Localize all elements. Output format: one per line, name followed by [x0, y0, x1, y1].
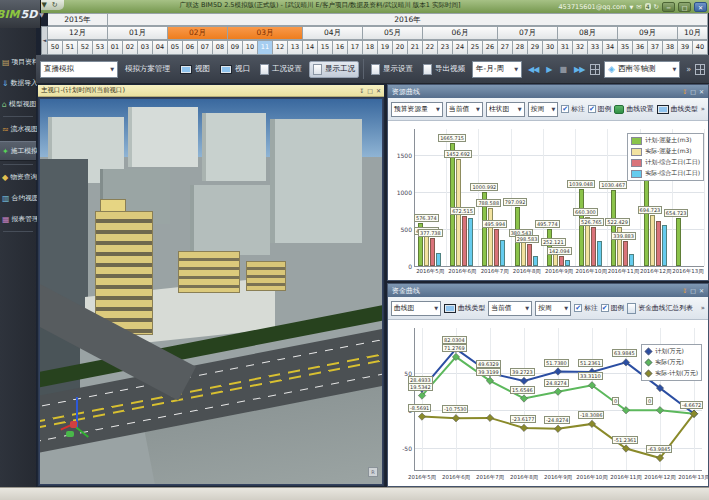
viewport-button[interactable]: 视口 — [217, 62, 253, 76]
panel-overflow-button[interactable]: » — [701, 105, 705, 113]
stop-button[interactable]: ■ — [557, 65, 568, 74]
timeline-week-cell[interactable]: 52 — [78, 40, 93, 55]
timeline-week-cell[interactable]: 12 — [273, 40, 288, 55]
curve-setting-button[interactable]: 曲线设置 — [614, 104, 653, 114]
funds-value-mode-select[interactable]: 当前值▼ — [488, 301, 532, 316]
sidebar-item-contract-view[interactable]: ▥合约视图 — [0, 189, 36, 207]
timeline-week-cell[interactable]: 01 — [108, 40, 123, 55]
timeline-week-cell[interactable]: 31 — [558, 40, 573, 55]
timeline-week-cell[interactable]: 14 — [303, 40, 318, 55]
account-label[interactable]: 453715601@qq.com — [558, 3, 626, 11]
viewport-float-icon[interactable]: □ — [367, 87, 373, 94]
funds-annotate-checkbox[interactable]: 标注 — [574, 303, 598, 313]
panel-pin-icon[interactable]: ↧ — [682, 88, 687, 95]
close-button[interactable]: ✕ — [694, 2, 707, 12]
3d-scene[interactable]: R — [39, 98, 383, 485]
timeline-month-cell[interactable]: 10月 — [678, 26, 708, 40]
work-condition-setting-button[interactable]: 工况设置 — [257, 62, 305, 77]
timeline-month-cell[interactable]: 01月 — [108, 26, 168, 40]
timeline-week-cell[interactable]: 35 — [618, 40, 633, 55]
timeline-week-cell[interactable]: 38 — [663, 40, 678, 55]
timeline-week-cell[interactable]: 10 — [243, 40, 258, 55]
timeline-week-cell[interactable]: 21 — [408, 40, 423, 55]
timeline-week-cell[interactable]: 02 — [123, 40, 138, 55]
timeline-week-cell[interactable]: 29 — [528, 40, 543, 55]
timeline-week-cell[interactable]: 03 — [138, 40, 153, 55]
table-icon[interactable] — [695, 64, 705, 75]
show-work-condition-button[interactable]: 显示工况 — [309, 61, 359, 78]
viewcube-widget[interactable]: R — [368, 467, 378, 477]
sidebar-item-flow-view[interactable]: ≈流水视图 — [0, 120, 36, 138]
rewind-button[interactable]: ◀◀ — [526, 65, 540, 74]
maximize-button[interactable]: □ — [678, 2, 691, 12]
timeline-week-cell[interactable]: 04 — [153, 40, 168, 55]
annotate-checkbox[interactable]: 标注 — [561, 104, 585, 114]
timeline-week-cell[interactable]: 30 — [543, 40, 558, 55]
timeline-week-cell[interactable]: 07 — [198, 40, 213, 55]
panel-pin-icon[interactable]: ↧ — [682, 287, 687, 294]
funds-legend-checkbox[interactable]: 图例 — [601, 303, 625, 313]
timeline-week-cell[interactable]: 19 — [378, 40, 393, 55]
timeline-week-cell[interactable]: 22 — [423, 40, 438, 55]
mail-icon[interactable]: ✉ — [636, 3, 641, 11]
timeline-month-cell[interactable]: 12月 — [48, 26, 108, 40]
sidebar-item-project-data[interactable]: ▤项目资料 — [0, 53, 36, 71]
timeline-week-cell[interactable]: 51 — [63, 40, 78, 55]
chart-type-select[interactable]: 柱状图▼ — [486, 102, 525, 117]
refresh-icon[interactable]: ↻ — [654, 3, 659, 11]
save-icon[interactable]: ▼ — [41, 1, 46, 10]
timeline-week-cell[interactable]: 40 — [693, 40, 708, 55]
account-dropdown-icon[interactable]: ▼ — [629, 4, 633, 10]
fast-forward-button[interactable]: ▶▶ — [572, 65, 586, 74]
timeline-week-cell[interactable]: 24 — [453, 40, 468, 55]
period-select[interactable]: 按周▼ — [528, 102, 559, 117]
timeline-week-cell[interactable]: 25 — [468, 40, 483, 55]
timeline-week-cell[interactable]: 13 — [288, 40, 303, 55]
timeline-year-cell[interactable]: 2016年 — [108, 13, 708, 26]
panel-overflow-button[interactable]: » — [701, 304, 705, 312]
timeline-week-cell[interactable]: 11 — [258, 40, 273, 55]
timeline-month-cell[interactable]: 08月 — [558, 26, 618, 40]
timeline-week-cell[interactable]: 27 — [498, 40, 513, 55]
timeline-month-cell[interactable]: 07月 — [498, 26, 558, 40]
timeline-month-cell[interactable]: 05月 — [363, 26, 423, 40]
simulation-scheme-manage-button[interactable]: 模拟方案管理 — [122, 62, 173, 76]
budget-resource-select[interactable]: 预算资源量▼ — [391, 102, 443, 117]
funds-chart-select[interactable]: 曲线图▼ — [391, 301, 441, 316]
timeline-week-cell[interactable]: 20 — [393, 40, 408, 55]
timeline-scroll-left-icon[interactable]: ◄ — [41, 26, 48, 55]
timeline-month-cell[interactable]: 09月 — [618, 26, 678, 40]
timeline-week-cell[interactable]: 33 — [588, 40, 603, 55]
view-button[interactable]: 视图 — [177, 62, 213, 76]
sidebar-item-construction-sim[interactable]: ✦施工模拟 — [0, 141, 36, 161]
timeline-week-cell[interactable]: 15 — [318, 40, 333, 55]
timeline-month-cell[interactable]: 06月 — [423, 26, 498, 40]
timeline-week-cell[interactable]: 39 — [678, 40, 693, 55]
sidebar-item-report-manage[interactable]: ▦报表管理 — [0, 210, 36, 228]
timeline-week-cell[interactable]: 32 — [573, 40, 588, 55]
panel-float-icon[interactable]: □ — [690, 88, 696, 95]
timeline-week-cell[interactable]: 50 — [48, 40, 63, 55]
play-button[interactable]: ▶ — [544, 65, 553, 74]
timeline-month-cell[interactable]: 03月 — [228, 26, 303, 40]
minimize-button[interactable]: ─ — [662, 2, 675, 12]
toolbar-overflow-button[interactable]: » — [686, 65, 691, 74]
value-mode-select[interactable]: 当前值▼ — [446, 102, 483, 117]
funds-curve-type-button[interactable]: 曲线类型 — [444, 303, 485, 313]
timeline-year-cell[interactable]: 2015年 — [48, 13, 108, 26]
sidebar-item-material-query[interactable]: ◆物资查询 — [0, 168, 36, 186]
timeline-week-cell[interactable]: 09 — [228, 40, 243, 55]
grid-view-icon[interactable] — [590, 64, 600, 75]
timeline-month-cell[interactable]: 04月 — [303, 26, 363, 40]
panel-close-icon[interactable]: ✕ — [699, 287, 704, 294]
viewport-close-icon[interactable]: ✕ — [376, 87, 381, 94]
undo-icon[interactable]: ↻ — [52, 1, 58, 10]
timeline-week-cell[interactable]: 37 — [648, 40, 663, 55]
export-video-button[interactable]: 导出视频 — [420, 62, 468, 77]
timeline-week-cell[interactable]: 08 — [213, 40, 228, 55]
timeline-week-cell[interactable]: 36 — [633, 40, 648, 55]
timeline-week-cell[interactable]: 53 — [93, 40, 108, 55]
funds-summary-list-button[interactable]: 资金曲线汇总列表 — [627, 303, 692, 314]
timeline-week-cell[interactable]: 23 — [438, 40, 453, 55]
funds-period-select[interactable]: 按周▼ — [535, 301, 571, 316]
